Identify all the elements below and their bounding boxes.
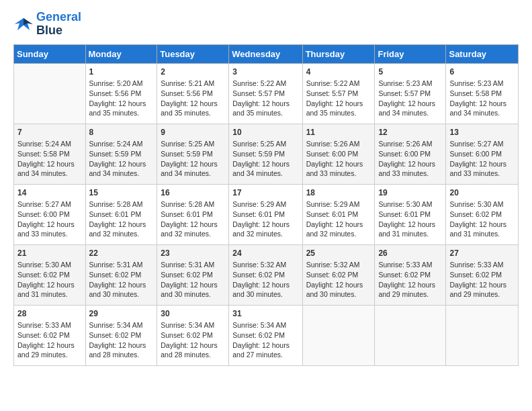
- calendar-week-4: 21Sunrise: 5:30 AM Sunset: 6:02 PM Dayli…: [14, 244, 519, 305]
- day-info: Sunrise: 5:25 AM Sunset: 5:59 PM Dayligh…: [232, 139, 298, 179]
- day-number: 14: [17, 187, 82, 199]
- weekday-header-wednesday: Wednesday: [229, 44, 302, 63]
- day-number: 22: [89, 248, 154, 259]
- calendar-cell: 10Sunrise: 5:25 AM Sunset: 5:59 PM Dayli…: [229, 124, 302, 184]
- day-number: 1: [89, 66, 154, 78]
- calendar-cell: 6Sunrise: 5:23 AM Sunset: 5:58 PM Daylig…: [446, 63, 519, 124]
- calendar-cell: [446, 305, 519, 365]
- day-info: Sunrise: 5:21 AM Sunset: 5:56 PM Dayligh…: [161, 79, 225, 118]
- weekday-header-friday: Friday: [375, 44, 446, 63]
- day-number: 11: [306, 127, 371, 138]
- day-info: Sunrise: 5:28 AM Sunset: 6:01 PM Dayligh…: [89, 199, 154, 239]
- day-number: 5: [378, 66, 442, 78]
- day-number: 26: [378, 248, 442, 259]
- calendar-cell: 5Sunrise: 5:23 AM Sunset: 5:57 PM Daylig…: [375, 63, 446, 124]
- calendar-table: SundayMondayTuesdayWednesdayThursdayFrid…: [13, 44, 519, 366]
- weekday-header-tuesday: Tuesday: [157, 44, 229, 63]
- day-info: Sunrise: 5:34 AM Sunset: 6:02 PM Dayligh…: [232, 320, 298, 360]
- weekday-header-row: SundayMondayTuesdayWednesdayThursdayFrid…: [14, 44, 519, 63]
- calendar-cell: 16Sunrise: 5:28 AM Sunset: 6:01 PM Dayli…: [157, 184, 229, 244]
- calendar-cell: 24Sunrise: 5:32 AM Sunset: 6:02 PM Dayli…: [229, 244, 302, 305]
- calendar-cell: 31Sunrise: 5:34 AM Sunset: 6:02 PM Dayli…: [229, 305, 302, 365]
- day-info: Sunrise: 5:34 AM Sunset: 6:02 PM Dayligh…: [89, 320, 154, 360]
- calendar-cell: 19Sunrise: 5:30 AM Sunset: 6:01 PM Dayli…: [375, 184, 446, 244]
- calendar-cell: 13Sunrise: 5:27 AM Sunset: 6:00 PM Dayli…: [446, 124, 519, 184]
- day-info: Sunrise: 5:30 AM Sunset: 6:02 PM Dayligh…: [449, 199, 515, 239]
- weekday-header-monday: Monday: [85, 44, 157, 63]
- day-info: Sunrise: 5:26 AM Sunset: 6:00 PM Dayligh…: [378, 139, 442, 179]
- day-number: 8: [89, 127, 154, 138]
- day-number: 13: [449, 127, 515, 138]
- day-info: Sunrise: 5:23 AM Sunset: 5:57 PM Dayligh…: [378, 79, 442, 118]
- day-number: 28: [17, 308, 82, 320]
- calendar-cell: 27Sunrise: 5:33 AM Sunset: 6:02 PM Dayli…: [446, 244, 519, 305]
- day-info: Sunrise: 5:25 AM Sunset: 5:59 PM Dayligh…: [161, 139, 225, 179]
- day-number: 9: [161, 127, 225, 138]
- page-header: GeneralBlue: [13, 11, 519, 38]
- day-number: 3: [232, 66, 298, 78]
- day-info: Sunrise: 5:28 AM Sunset: 6:01 PM Dayligh…: [161, 199, 225, 239]
- day-info: Sunrise: 5:31 AM Sunset: 6:02 PM Dayligh…: [161, 260, 225, 300]
- calendar-cell: 23Sunrise: 5:31 AM Sunset: 6:02 PM Dayli…: [157, 244, 229, 305]
- day-number: 17: [232, 187, 298, 199]
- svg-marker-1: [24, 18, 33, 26]
- day-info: Sunrise: 5:34 AM Sunset: 6:02 PM Dayligh…: [161, 320, 225, 360]
- calendar-cell: 15Sunrise: 5:28 AM Sunset: 6:01 PM Dayli…: [85, 184, 157, 244]
- day-number: 30: [161, 308, 225, 320]
- day-info: Sunrise: 5:27 AM Sunset: 6:00 PM Dayligh…: [449, 139, 515, 179]
- day-number: 21: [17, 248, 82, 259]
- calendar-cell: 1Sunrise: 5:20 AM Sunset: 5:56 PM Daylig…: [85, 63, 157, 124]
- day-info: Sunrise: 5:30 AM Sunset: 6:01 PM Dayligh…: [378, 199, 442, 239]
- calendar-cell: 28Sunrise: 5:33 AM Sunset: 6:02 PM Dayli…: [14, 305, 86, 365]
- day-info: Sunrise: 5:24 AM Sunset: 5:58 PM Dayligh…: [17, 139, 82, 179]
- day-number: 31: [232, 308, 298, 320]
- calendar-cell: 12Sunrise: 5:26 AM Sunset: 6:00 PM Dayli…: [375, 124, 446, 184]
- day-info: Sunrise: 5:32 AM Sunset: 6:02 PM Dayligh…: [306, 260, 371, 300]
- day-number: 4: [306, 66, 371, 78]
- day-info: Sunrise: 5:27 AM Sunset: 6:00 PM Dayligh…: [17, 199, 82, 239]
- day-info: Sunrise: 5:29 AM Sunset: 6:01 PM Dayligh…: [232, 199, 298, 239]
- calendar-week-2: 7Sunrise: 5:24 AM Sunset: 5:58 PM Daylig…: [14, 124, 519, 184]
- day-number: 10: [232, 127, 298, 138]
- logo-text: GeneralBlue: [36, 11, 81, 38]
- day-number: 2: [161, 66, 225, 78]
- day-info: Sunrise: 5:22 AM Sunset: 5:57 PM Dayligh…: [232, 79, 298, 118]
- weekday-header-thursday: Thursday: [302, 44, 375, 63]
- weekday-header-sunday: Sunday: [14, 44, 86, 63]
- day-number: 7: [17, 127, 82, 138]
- calendar-cell: 21Sunrise: 5:30 AM Sunset: 6:02 PM Dayli…: [14, 244, 86, 305]
- day-info: Sunrise: 5:22 AM Sunset: 5:57 PM Dayligh…: [306, 79, 371, 118]
- calendar-cell: [375, 305, 446, 365]
- day-number: 12: [378, 127, 442, 138]
- day-info: Sunrise: 5:20 AM Sunset: 5:56 PM Dayligh…: [89, 79, 154, 118]
- day-info: Sunrise: 5:32 AM Sunset: 6:02 PM Dayligh…: [232, 260, 298, 300]
- calendar-cell: 9Sunrise: 5:25 AM Sunset: 5:59 PM Daylig…: [157, 124, 229, 184]
- calendar-cell: 18Sunrise: 5:29 AM Sunset: 6:01 PM Dayli…: [302, 184, 375, 244]
- calendar-cell: 22Sunrise: 5:31 AM Sunset: 6:02 PM Dayli…: [85, 244, 157, 305]
- calendar-cell: 17Sunrise: 5:29 AM Sunset: 6:01 PM Dayli…: [229, 184, 302, 244]
- calendar-week-1: 1Sunrise: 5:20 AM Sunset: 5:56 PM Daylig…: [14, 63, 519, 124]
- calendar-cell: 4Sunrise: 5:22 AM Sunset: 5:57 PM Daylig…: [302, 63, 375, 124]
- logo: GeneralBlue: [13, 11, 81, 38]
- day-info: Sunrise: 5:29 AM Sunset: 6:01 PM Dayligh…: [306, 199, 371, 239]
- calendar-cell: [14, 63, 86, 124]
- calendar-cell: 25Sunrise: 5:32 AM Sunset: 6:02 PM Dayli…: [302, 244, 375, 305]
- calendar-cell: 7Sunrise: 5:24 AM Sunset: 5:58 PM Daylig…: [14, 124, 86, 184]
- day-info: Sunrise: 5:33 AM Sunset: 6:02 PM Dayligh…: [449, 260, 515, 300]
- calendar-cell: 2Sunrise: 5:21 AM Sunset: 5:56 PM Daylig…: [157, 63, 229, 124]
- day-info: Sunrise: 5:26 AM Sunset: 6:00 PM Dayligh…: [306, 139, 371, 179]
- weekday-header-saturday: Saturday: [446, 44, 519, 63]
- day-number: 23: [161, 248, 225, 259]
- logo-icon: [13, 14, 34, 34]
- day-info: Sunrise: 5:30 AM Sunset: 6:02 PM Dayligh…: [17, 260, 82, 300]
- day-number: 6: [449, 66, 515, 78]
- calendar-cell: 3Sunrise: 5:22 AM Sunset: 5:57 PM Daylig…: [229, 63, 302, 124]
- day-number: 15: [89, 187, 154, 199]
- calendar-cell: [302, 305, 375, 365]
- calendar-cell: 20Sunrise: 5:30 AM Sunset: 6:02 PM Dayli…: [446, 184, 519, 244]
- calendar-cell: 11Sunrise: 5:26 AM Sunset: 6:00 PM Dayli…: [302, 124, 375, 184]
- calendar-cell: 26Sunrise: 5:33 AM Sunset: 6:02 PM Dayli…: [375, 244, 446, 305]
- day-number: 19: [378, 187, 442, 199]
- day-info: Sunrise: 5:23 AM Sunset: 5:58 PM Dayligh…: [449, 79, 515, 118]
- calendar-cell: 8Sunrise: 5:24 AM Sunset: 5:59 PM Daylig…: [85, 124, 157, 184]
